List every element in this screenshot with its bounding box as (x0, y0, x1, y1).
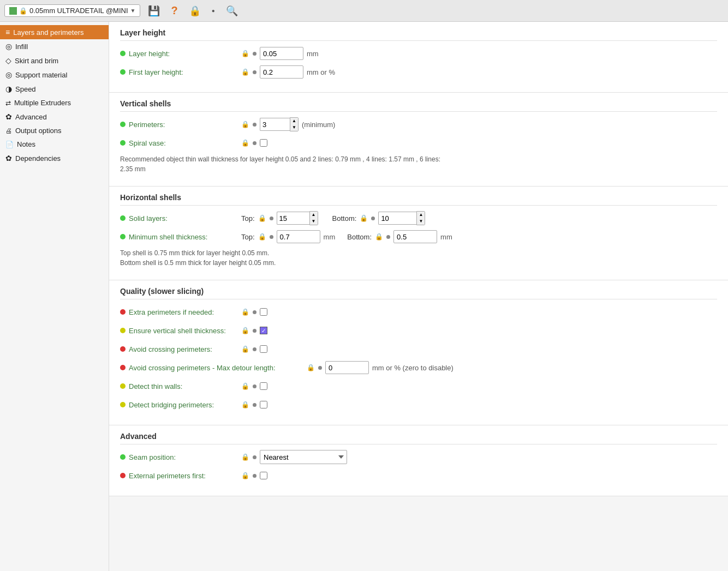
bottom-label-2: Bottom: (347, 233, 372, 241)
lock-button[interactable]: 🔒 (186, 4, 204, 18)
solid-layers-top-spinbtns: ▲ ▼ (309, 211, 318, 225)
detect-bridging-row: Detect bridging perimeters: 🔒 (120, 398, 717, 412)
section-vertical-shells: Vertical shells Perimeters: 🔒 ▲ ▼ (minim… (109, 93, 728, 187)
solid-layers-row: Solid layers: Top: 🔒 ▲ ▼ Bottom: 🔒 (120, 211, 717, 225)
first-layer-label: First layer height: (129, 68, 238, 76)
avoid-crossing-lock[interactable]: 🔒 (241, 345, 249, 353)
sidebar-item-infill[interactable]: ◎ Infill (0, 39, 109, 53)
seam-position-dot (253, 455, 256, 459)
sidebar-item-output-options[interactable]: 🖨 Output options (0, 124, 109, 137)
seam-position-label: Seam position: (129, 453, 238, 461)
save-button[interactable]: 💾 (145, 4, 163, 18)
layer-height-input[interactable] (260, 47, 303, 60)
spiral-vase-lock[interactable]: 🔒 (241, 139, 249, 147)
solid-layers-bottom-increment[interactable]: ▲ (417, 212, 425, 218)
search-button[interactable]: 🔍 (223, 4, 241, 18)
avoid-crossing-max-input[interactable] (325, 361, 369, 374)
spiral-vase-row: Spiral vase: 🔒 (120, 136, 717, 150)
solid-layers-bottom-decrement[interactable]: ▼ (417, 218, 425, 225)
ensure-vertical-lock[interactable]: 🔒 (241, 327, 249, 334)
sidebar-item-notes[interactable]: 📄 Notes (0, 137, 109, 151)
perimeters-row: Perimeters: 🔒 ▲ ▼ (minimum) (120, 117, 717, 131)
detect-bridging-label: Detect bridging perimeters: (129, 401, 238, 409)
avoid-crossing-label: Avoid crossing perimeters: (129, 345, 238, 353)
output-icon: 🖨 (5, 127, 12, 135)
avoid-crossing-max-row: Avoid crossing perimeters - Max detour l… (120, 360, 717, 375)
section-title-layer-height: Layer height (120, 28, 717, 41)
extruders-icon: ⇄ (5, 99, 11, 107)
detect-bridging-checkbox[interactable] (260, 401, 267, 408)
sidebar-item-dependencies[interactable]: ✿ Dependencies (0, 151, 109, 165)
first-layer-input[interactable] (260, 65, 303, 79)
solid-layers-top-increment[interactable]: ▲ (310, 212, 318, 218)
spiral-vase-checkbox[interactable] (260, 139, 267, 147)
external-perimeters-first-lock[interactable]: 🔒 (241, 472, 249, 479)
profile-selector[interactable]: 🔒 0.05mm ULTRADETAIL @MINI ▼ (4, 4, 140, 17)
extra-perimeters-row: Extra perimeters if needed: 🔒 (120, 305, 717, 319)
spiral-vase-dot (253, 141, 256, 145)
perimeters-decrement[interactable]: ▼ (290, 124, 298, 131)
infill-icon: ◎ (5, 42, 12, 51)
toolbar: 🔒 0.05mm ULTRADETAIL @MINI ▼ 💾 ? 🔒 ● 🔍 (0, 0, 728, 22)
sidebar-item-multiple-extruders[interactable]: ⇄ Multiple Extruders (0, 96, 109, 110)
detect-thin-walls-dot (253, 384, 256, 388)
first-layer-lock[interactable]: 🔒 (241, 68, 249, 76)
extra-perimeters-lock[interactable]: 🔒 (241, 308, 249, 316)
solid-layers-top-input[interactable] (277, 212, 309, 225)
avoid-crossing-row: Avoid crossing perimeters: 🔒 (120, 342, 717, 356)
perimeters-input[interactable] (260, 118, 290, 131)
external-perimeters-first-checkbox[interactable] (260, 472, 267, 479)
layer-height-lock[interactable]: 🔒 (241, 50, 249, 57)
seam-position-lock[interactable]: 🔒 (241, 453, 249, 461)
min-thickness-bottom-unit: mm (440, 233, 452, 241)
content-area: Layer height Layer height: 🔒 mm First la… (109, 22, 728, 571)
perimeters-status (120, 122, 126, 127)
min-thickness-row: Minimum shell thickness: Top: 🔒 mm Botto… (120, 230, 717, 244)
detect-thin-walls-checkbox[interactable] (260, 382, 267, 390)
min-thickness-top-lock[interactable]: 🔒 (258, 233, 266, 241)
sidebar-item-support-material[interactable]: ◎ Support material (0, 68, 109, 82)
solid-layers-bottom-dot (371, 217, 375, 220)
skirt-icon: ◇ (5, 56, 11, 65)
sidebar: ≡ Layers and perimeters ◎ Infill ◇ Skirt… (0, 22, 109, 571)
layer-height-unit: mm (307, 50, 319, 58)
avoid-crossing-checkbox[interactable] (260, 345, 267, 353)
detect-thin-walls-lock[interactable]: 🔒 (241, 382, 249, 390)
sidebar-item-advanced[interactable]: ✿ Advanced (0, 110, 109, 124)
detect-bridging-lock[interactable]: 🔒 (241, 401, 249, 408)
solid-layers-top-spinner: ▲ ▼ (277, 211, 318, 225)
perimeters-increment[interactable]: ▲ (290, 118, 298, 124)
ensure-vertical-checkbox[interactable]: ✓ (260, 327, 267, 334)
sidebar-label: Support material (15, 71, 67, 79)
first-layer-unit: mm or % (307, 68, 335, 76)
dot-indicator: ● (208, 7, 218, 15)
extra-perimeters-checkbox[interactable] (260, 308, 267, 316)
min-thickness-bottom-dot (386, 235, 390, 239)
solid-layers-bottom-input[interactable] (378, 212, 416, 225)
avoid-crossing-max-lock[interactable]: 🔒 (307, 364, 315, 371)
perimeters-lock[interactable]: 🔒 (241, 121, 249, 128)
perimeters-dot (253, 123, 256, 127)
layers-icon: ≡ (5, 28, 10, 37)
solid-layers-bottom-spinbtns: ▲ ▼ (416, 211, 425, 225)
ensure-vertical-row: Ensure vertical shell thickness: 🔒 ✓ (120, 323, 717, 338)
sidebar-item-layers-and-perimeters[interactable]: ≡ Layers and perimeters (0, 25, 109, 39)
sidebar-item-skirt-and-brim[interactable]: ◇ Skirt and brim (0, 53, 109, 68)
seam-position-row: Seam position: 🔒 Nearest Aligned Rear Ra… (120, 450, 717, 464)
sidebar-label: Speed (15, 85, 36, 93)
seam-position-select[interactable]: Nearest Aligned Rear Random (260, 450, 347, 464)
solid-layers-bottom-lock[interactable]: 🔒 (360, 214, 368, 222)
first-layer-status (120, 69, 126, 75)
section-horizontal-shells: Horizontal shells Solid layers: Top: 🔒 ▲… (109, 187, 728, 280)
sidebar-item-speed[interactable]: ◑ Speed (0, 82, 109, 96)
main-layout: ≡ Layers and perimeters ◎ Infill ◇ Skirt… (0, 22, 728, 571)
help-button[interactable]: ? (168, 3, 181, 18)
section-layer-height: Layer height Layer height: 🔒 mm First la… (109, 22, 728, 93)
min-thickness-top-input[interactable] (277, 230, 320, 243)
solid-layers-top-lock[interactable]: 🔒 (258, 214, 266, 222)
min-thickness-bottom-input[interactable] (393, 230, 437, 243)
min-thickness-bottom-lock[interactable]: 🔒 (375, 233, 383, 241)
solid-layers-top-decrement[interactable]: ▼ (310, 218, 318, 225)
extra-perimeters-dot (253, 310, 256, 314)
first-layer-dot (253, 70, 256, 74)
